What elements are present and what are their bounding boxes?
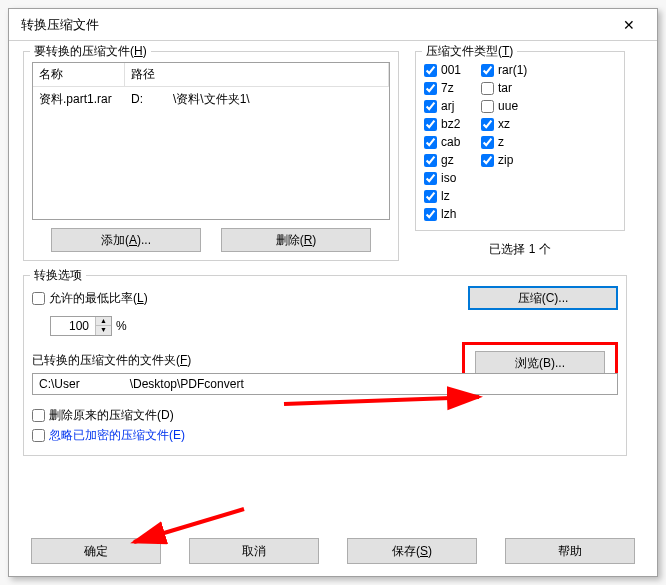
compression-button[interactable]: 压缩(C)... — [468, 286, 618, 310]
options-group: 转换选项 允许的最低比率(L) 压缩(C)... 100 ▲ — [23, 275, 627, 456]
spinner-up[interactable]: ▲ — [96, 317, 111, 326]
dialog-title: 转换压缩文件 — [21, 16, 609, 34]
ratio-value[interactable]: 100 — [51, 319, 95, 333]
type-tar[interactable]: tar — [481, 80, 527, 96]
type-bz2[interactable]: bz2 — [424, 116, 461, 132]
type-lzh[interactable]: lzh — [424, 206, 461, 222]
types-group-legend: 压缩文件类型(T) — [422, 43, 517, 60]
files-group-legend: 要转换的压缩文件(H) — [30, 43, 151, 60]
redacted — [143, 94, 173, 105]
type-001[interactable]: 001 — [424, 62, 461, 78]
files-group: 要转换的压缩文件(H) 名称 路径 资料.part1.rar D:\资料\文件夹… — [23, 51, 399, 261]
col-name-header[interactable]: 名称 — [33, 63, 125, 86]
delete-original-checkbox[interactable]: 删除原来的压缩文件(D) — [32, 407, 618, 423]
ratio-spinner[interactable]: 100 ▲ ▼ — [50, 316, 112, 336]
files-list[interactable]: 名称 路径 资料.part1.rar D:\资料\文件夹1\ — [32, 62, 390, 220]
convert-archives-dialog: 转换压缩文件 ✕ 要转换的压缩文件(H) 名称 路径 资料.part1.rar — [8, 8, 658, 577]
type-xz[interactable]: xz — [481, 116, 527, 132]
options-group-legend: 转换选项 — [30, 267, 86, 284]
ok-button[interactable]: 确定 — [31, 538, 161, 564]
min-ratio-checkbox[interactable]: 允许的最低比率(L) — [32, 290, 148, 306]
type-rar[interactable]: rar(1) — [481, 62, 527, 78]
types-col-left: 001 7z arj bz2 cab gz iso lz lzh — [424, 62, 461, 222]
close-button[interactable]: ✕ — [609, 13, 649, 37]
selected-count: 已选择 1 个 — [415, 241, 625, 258]
type-lz[interactable]: lz — [424, 188, 461, 204]
col-path-header[interactable]: 路径 — [125, 63, 389, 86]
cancel-button[interactable]: 取消 — [189, 538, 319, 564]
type-z[interactable]: z — [481, 134, 527, 150]
files-list-row[interactable]: 资料.part1.rar D:\资料\文件夹1\ — [33, 87, 389, 112]
type-cab[interactable]: cab — [424, 134, 461, 150]
delete-button[interactable]: 删除(R) — [221, 228, 371, 252]
folder-path-input[interactable] — [32, 373, 618, 395]
files-list-header: 名称 路径 — [33, 63, 389, 87]
percent-label: % — [116, 319, 127, 333]
save-button[interactable]: 保存(S) — [347, 538, 477, 564]
types-group: 压缩文件类型(T) 001 7z arj bz2 cab gz iso lz — [415, 51, 625, 231]
type-iso[interactable]: iso — [424, 170, 461, 186]
spinner-down[interactable]: ▼ — [96, 326, 111, 335]
add-button[interactable]: 添加(A)... — [51, 228, 201, 252]
type-arj[interactable]: arj — [424, 98, 461, 114]
type-uue[interactable]: uue — [481, 98, 527, 114]
dialog-buttons: 确定 取消 保存(S) 帮助 — [23, 538, 643, 564]
type-7z[interactable]: 7z — [424, 80, 461, 96]
type-gz[interactable]: gz — [424, 152, 461, 168]
spinner-buttons[interactable]: ▲ ▼ — [95, 317, 111, 335]
titlebar: 转换压缩文件 ✕ — [9, 9, 657, 41]
types-col-right: rar(1) tar uue xz z zip — [481, 62, 527, 222]
browse-button[interactable]: 浏览(B)... — [475, 351, 605, 375]
close-icon: ✕ — [623, 17, 635, 33]
skip-encrypted-checkbox[interactable]: 忽略已加密的压缩文件(E) — [32, 427, 618, 443]
type-zip[interactable]: zip — [481, 152, 527, 168]
file-name-cell: 资料.part1.rar — [33, 89, 125, 110]
file-path-cell: D:\资料\文件夹1\ — [125, 89, 389, 110]
help-button[interactable]: 帮助 — [505, 538, 635, 564]
